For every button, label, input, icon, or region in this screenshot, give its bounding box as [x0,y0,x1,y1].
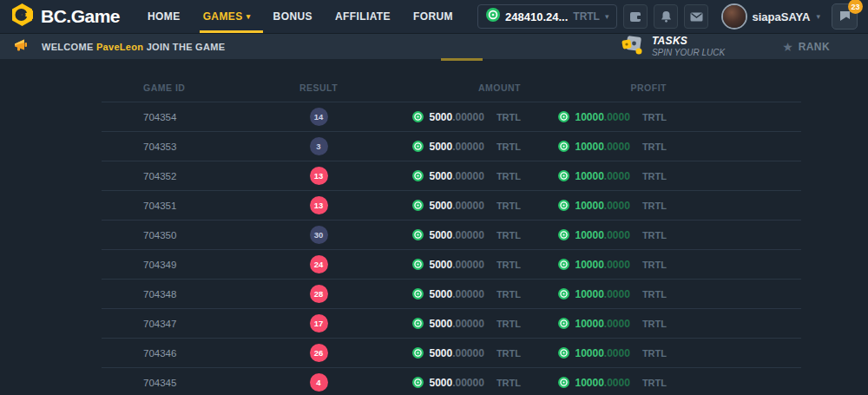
nav-item-affiliate[interactable]: AFFILIATE [335,10,391,23]
balance-amount: 248410.24... [505,10,568,23]
rank-widget[interactable]: ★ RANK [782,40,830,54]
header-game-id: GAME ID [102,82,278,93]
top-navbar: BC.Game HOME GAMES ▾ BONUS AFFILIATE FOR… [0,0,868,33]
game-id-cell: 704350 [102,230,278,240]
nav-item-forum[interactable]: FORUM [413,10,453,23]
nav-item-games[interactable]: GAMES ▾ [203,10,251,23]
table-row[interactable]: 704351 13 5000.00000 TRTL 10000.0000 TRT… [102,190,801,220]
amount-cell: 5000.00000 TRTL [359,318,521,330]
result-cell: 17 [278,314,359,332]
bell-icon [661,10,672,23]
game-id-cell: 704348 [102,289,278,300]
table-row[interactable]: 704348 28 5000.00000 TRTL 10000.0000 TRT… [102,279,801,308]
table-row[interactable]: 704354 14 5000.00000 TRTL 10000.0000 TRT… [102,102,801,131]
header-profit: PROFIT [521,82,667,93]
chevron-down-icon: ▾ [605,12,609,21]
star-icon: ★ [782,40,793,54]
chevron-down-icon: ▾ [247,12,251,21]
nav-item-home[interactable]: HOME [148,10,181,23]
main-content: GAME ID RESULT AMOUNT PROFIT 704354 14 5… [0,74,868,395]
game-id-cell: 704352 [102,171,278,181]
coin-icon [412,347,424,359]
amount-cell: 5000.00000 TRTL [359,288,521,300]
coin-icon [486,8,500,25]
profit-cell: 10000.0000 TRTL [521,347,667,359]
table-row[interactable]: 704353 3 5000.00000 TRTL 10000.0000 TRTL [102,131,801,161]
balance-selector[interactable]: 248410.24... TRTL ▾ [477,4,617,29]
chat-button[interactable]: 23 [832,3,858,30]
table-row[interactable]: 704352 13 5000.00000 TRTL 10000.0000 TRT… [102,161,801,190]
coin-icon [412,318,424,329]
profit-currency: TRTL [642,319,667,329]
messages-button[interactable] [684,4,708,29]
coin-icon [412,377,424,388]
profit-cell: 10000.0000 TRTL [521,111,667,123]
amount-cell: 5000.00000 TRTL [359,170,521,182]
amount-currency: TRTL [496,142,521,152]
amount-currency: TRTL [496,201,521,211]
coin-icon [412,111,424,122]
announcement-bar: WELCOME PaveLeon JOIN THE GAME TASKS SPI… [0,33,868,59]
navbar-right: 248410.24... TRTL ▾ siapaSAYA ▾ [477,3,858,30]
profit-currency: TRTL [642,230,667,240]
result-badge: 4 [310,373,328,392]
profit-currency: TRTL [642,142,667,152]
coin-icon [412,200,424,211]
game-id-cell: 704347 [102,319,278,329]
profit-cell: 10000.0000 TRTL [521,377,667,389]
brand-wordmark: BC.Game [41,6,120,27]
wallet-icon [629,10,642,23]
table-header: GAME ID RESULT AMOUNT PROFIT [102,74,801,102]
result-cell: 24 [278,255,359,273]
bets-table: GAME ID RESULT AMOUNT PROFIT 704354 14 5… [102,74,801,395]
main-nav: HOME GAMES ▾ BONUS AFFILIATE FORUM [148,10,453,23]
game-id-cell: 704351 [102,201,278,211]
table-row[interactable]: 704349 24 5000.00000 TRTL 10000.0000 TRT… [102,249,801,279]
notifications-button[interactable] [654,4,678,29]
profit-currency: TRTL [642,289,667,300]
profit-currency: TRTL [642,348,667,359]
amount-currency: TRTL [496,230,521,240]
game-id-cell: 704345 [102,378,278,388]
table-row[interactable]: 704346 26 5000.00000 TRTL 10000.0000 TRT… [102,338,801,367]
table-row[interactable]: 704345 4 5000.00000 TRTL 10000.0000 TRTL [102,367,801,395]
coin-icon [558,170,569,181]
bcgame-logo-icon [10,3,34,30]
profit-currency: TRTL [642,201,667,211]
rank-label: RANK [799,41,830,53]
chat-flag-icon [838,10,852,23]
tasks-subtitle: SPIN YOUR LUCK [652,48,725,58]
result-badge: 14 [310,108,328,126]
username: siapaSAYA [752,10,810,23]
result-cell: 13 [278,196,359,214]
amount-cell: 5000.00000 TRTL [359,200,521,212]
coin-icon [558,111,569,122]
profit-cell: 10000.0000 TRTL [521,318,667,330]
result-cell: 13 [278,167,359,185]
coin-icon [558,141,569,152]
brand-logo[interactable]: BC.Game [10,3,120,30]
coin-icon [558,347,569,359]
result-badge: 28 [310,285,328,303]
megaphone-icon [14,38,30,56]
avatar [723,5,746,28]
amount-cell: 5000.00000 TRTL [359,111,521,123]
amount-currency: TRTL [496,319,521,329]
result-badge: 26 [310,344,328,362]
coin-icon [412,170,424,181]
table-row[interactable]: 704350 30 5000.00000 TRTL 10000.0000 TRT… [102,220,801,249]
profit-currency: TRTL [642,171,667,181]
result-cell: 3 [278,137,359,155]
table-row[interactable]: 704347 17 5000.00000 TRTL 10000.0000 TRT… [102,308,801,338]
result-cell: 30 [278,226,359,244]
chat-count-badge: 23 [848,0,863,14]
user-menu[interactable]: siapaSAYA ▾ [723,5,820,28]
nav-item-bonus[interactable]: BONUS [273,10,312,23]
tasks-widget[interactable]: TASKS SPIN YOUR LUCK [620,34,725,60]
amount-cell: 5000.00000 TRTL [359,259,521,271]
wallet-button[interactable] [623,4,648,29]
coin-icon [558,377,569,388]
profit-cell: 10000.0000 TRTL [521,259,667,271]
coin-icon [558,229,569,240]
mail-icon [690,12,703,22]
